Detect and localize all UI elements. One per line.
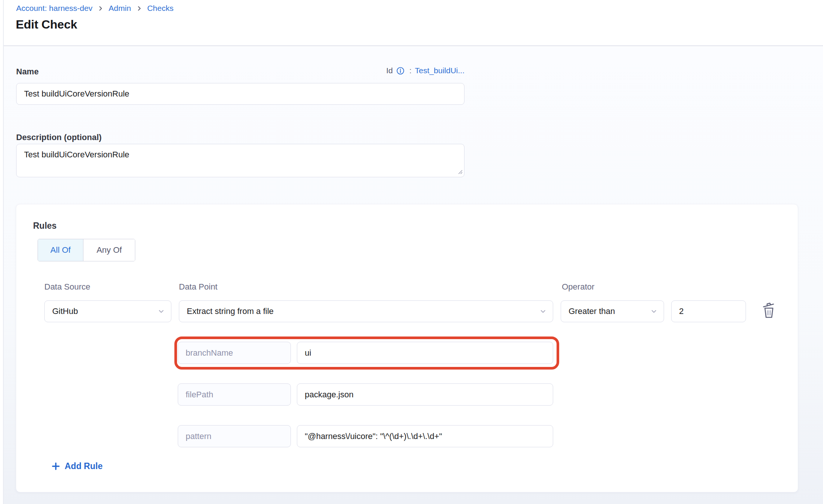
filepath-value-input[interactable] xyxy=(297,383,553,406)
data-point-value: Extract string from a file xyxy=(187,306,274,316)
breadcrumb-admin-link[interactable]: Admin xyxy=(109,3,131,14)
pattern-value-input[interactable] xyxy=(297,425,553,447)
data-point-label: Data Point xyxy=(179,282,218,292)
param-key-label: branchName xyxy=(186,348,233,358)
data-source-value: GitHub xyxy=(52,306,78,316)
edit-check-screen: Account: harness-dev Admin Checks Edit C… xyxy=(0,0,823,504)
page-header: Account: harness-dev Admin Checks Edit C… xyxy=(0,0,823,46)
window-edge-gutter xyxy=(0,0,3,504)
breadcrumb-account-link[interactable]: Account: harness-dev xyxy=(16,3,92,14)
rule-logic-toggle: All Of Any Of xyxy=(38,239,135,261)
rules-label: Rules xyxy=(33,221,57,231)
description-label: Description (optional) xyxy=(16,133,101,142)
data-source-select[interactable]: GitHub xyxy=(44,300,171,322)
rule-param-row-pattern: pattern xyxy=(178,425,553,447)
name-input[interactable] xyxy=(16,83,464,105)
trash-icon xyxy=(761,302,776,319)
info-icon xyxy=(396,66,405,75)
id-row: Id : Test_buildUi... xyxy=(386,66,464,75)
branchname-value-input[interactable] xyxy=(297,342,553,364)
page-title: Edit Check xyxy=(16,18,77,32)
add-rule-label: Add Rule xyxy=(65,461,103,471)
operator-label: Operator xyxy=(562,282,595,292)
delete-rule-button[interactable] xyxy=(761,302,776,319)
edit-check-form: Name Id : Test_buildUi... Description (o… xyxy=(0,47,823,504)
rules-card: Rules All Of Any Of Data Source Data Poi… xyxy=(16,204,798,492)
param-key-field: branchName xyxy=(178,342,291,364)
id-colon: : xyxy=(408,66,411,75)
description-textarea[interactable]: Test buildUiCoreVersionRule xyxy=(16,144,464,177)
description-value: Test buildUiCoreVersionRule xyxy=(24,150,129,160)
operator-value: Greater than xyxy=(569,306,615,316)
data-source-label: Data Source xyxy=(44,282,90,292)
resize-handle-icon[interactable] xyxy=(457,169,463,176)
plus-icon xyxy=(51,462,61,471)
chevron-down-icon xyxy=(539,307,547,315)
chevron-right-icon xyxy=(136,5,142,12)
data-point-select[interactable]: Extract string from a file xyxy=(179,300,553,322)
chevron-right-icon xyxy=(97,5,104,12)
chevron-down-icon xyxy=(650,307,658,315)
param-key-label: filePath xyxy=(186,390,213,400)
id-info-button[interactable] xyxy=(396,66,405,75)
rule-param-row-branchname: branchName xyxy=(178,342,553,364)
operator-value-input[interactable] xyxy=(671,300,746,322)
add-rule-button[interactable]: Add Rule xyxy=(51,461,103,471)
chevron-down-icon xyxy=(157,307,165,315)
breadcrumb-checks-link[interactable]: Checks xyxy=(147,3,174,14)
name-label: Name xyxy=(16,67,39,77)
operator-select[interactable]: Greater than xyxy=(561,300,664,322)
param-key-label: pattern xyxy=(186,432,212,441)
rule-param-row-filepath: filePath xyxy=(178,383,553,406)
window-edge-line xyxy=(3,0,4,504)
param-key-field: pattern xyxy=(178,425,291,447)
breadcrumb: Account: harness-dev Admin Checks xyxy=(16,3,174,14)
any-of-button[interactable]: Any Of xyxy=(83,239,135,261)
all-of-button[interactable]: All Of xyxy=(38,239,83,261)
param-key-field: filePath xyxy=(178,383,291,406)
id-value-link[interactable]: Test_buildUi... xyxy=(415,66,464,75)
id-label: Id xyxy=(386,66,393,75)
